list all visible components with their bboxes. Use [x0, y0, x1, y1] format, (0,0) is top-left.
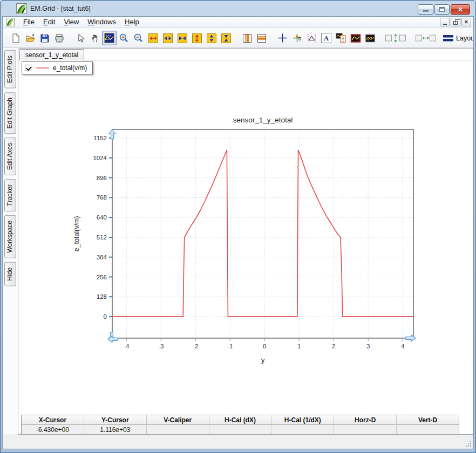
expand-y-button[interactable]	[204, 31, 219, 45]
svg-text:512: 512	[97, 234, 107, 241]
sync-vertical-icon	[385, 33, 406, 44]
open-folder-icon	[25, 33, 35, 43]
svg-text:e_total(v/m): e_total(v/m)	[73, 216, 80, 252]
menu-windows[interactable]: Windows	[83, 17, 120, 28]
readout-value-h-cal-1dx	[271, 425, 334, 435]
sidebar-item-edit-axes[interactable]: Edit Axes	[4, 138, 16, 175]
legend-line-sample	[36, 67, 49, 68]
tracker-button[interactable]	[290, 31, 304, 45]
all-graphs-button[interactable]	[363, 31, 377, 45]
mdi-minimize-button[interactable]	[440, 18, 450, 26]
mdi-restore-button[interactable]	[451, 18, 460, 26]
maximize-icon	[439, 7, 445, 12]
mdi-restore-icon	[453, 21, 458, 25]
horizontal-grid-markers-icon	[257, 33, 267, 43]
svg-text:128: 128	[97, 293, 107, 300]
active-graph-icon	[350, 33, 361, 44]
mdi-minimize-icon	[443, 24, 447, 25]
sidebar-item-edit-plots[interactable]: Edit Plots	[4, 50, 16, 88]
titlebar: EM.Grid - [stat_tut6] ✕	[1, 1, 475, 16]
close-button[interactable]: ✕	[451, 4, 470, 15]
save-button[interactable]	[37, 31, 52, 45]
print-button[interactable]	[52, 31, 66, 45]
svg-text:0: 0	[263, 343, 266, 349]
menu-view[interactable]: View	[59, 17, 83, 28]
legend-label: e_total(v/m)	[53, 64, 87, 72]
expand-x-button[interactable]	[160, 31, 175, 45]
menu-file[interactable]: File	[19, 17, 39, 28]
sync-vertical-button[interactable]	[384, 31, 407, 45]
sidebar-item-workspace[interactable]: Workspace	[4, 215, 16, 258]
plot-client-area: sensor_1_y_etotal -4-3-2-101234012825638…	[18, 48, 473, 435]
minimize-icon	[423, 10, 429, 12]
readout-value-vert-d	[397, 425, 459, 435]
readout-value-horz-d	[334, 425, 397, 435]
readout-value-y-cursor: 1.116e+03	[84, 425, 147, 435]
zoom-box-button[interactable]	[102, 31, 117, 45]
menu-help[interactable]: Help	[120, 17, 144, 28]
vertical-grid-markers-button[interactable]	[240, 31, 254, 45]
readout-header: Y-Cursor	[84, 415, 147, 425]
shrink-x-icon	[178, 33, 187, 43]
svg-text:2: 2	[332, 343, 335, 349]
shrink-y-icon	[221, 33, 231, 43]
readout-header: Vert-D	[397, 415, 459, 425]
open-file-button[interactable]	[23, 31, 37, 45]
svg-text:-1: -1	[227, 343, 233, 349]
svg-text:640: 640	[97, 214, 107, 221]
svg-text:1024: 1024	[93, 155, 107, 161]
mdi-controls: ✕	[439, 18, 471, 26]
readout-value-h-cal-dx	[209, 425, 272, 435]
sync-horizontal-button[interactable]	[414, 31, 438, 45]
document-logo-icon	[6, 18, 15, 26]
crosshair-button[interactable]	[275, 31, 290, 45]
select-cursor-button[interactable]	[73, 31, 87, 45]
sync-horizontal-icon	[415, 33, 437, 44]
readout-header: H-Cal (dX)	[209, 415, 272, 425]
readout-header: Horz-D	[334, 415, 397, 425]
layout-button[interactable]: Layout	[443, 35, 473, 42]
legend-checkbox[interactable]	[25, 65, 31, 71]
print-icon	[55, 33, 64, 43]
full-extent-x-button[interactable]	[146, 31, 160, 45]
layout-icon	[443, 35, 454, 42]
resize-grip[interactable]	[465, 441, 472, 447]
vertical-grid-markers-icon	[242, 33, 252, 43]
shrink-x-button[interactable]	[175, 31, 189, 45]
zoom-out-button[interactable]	[131, 31, 146, 45]
new-document-button[interactable]	[8, 31, 23, 45]
minimize-button[interactable]	[418, 4, 433, 15]
window-content: File Edit View Windows Help ✕	[2, 16, 474, 449]
horizontal-grid-markers-button[interactable]	[254, 31, 269, 45]
readout-value-v-caliper	[147, 425, 209, 435]
all-graphs-icon	[365, 33, 376, 44]
crosshair-icon	[277, 33, 288, 43]
readout-header-row: X-Cursor Y-Cursor V-Caliper H-Cal (dX) H…	[22, 415, 459, 425]
active-graph-button[interactable]	[348, 31, 363, 45]
select-cursor-icon	[76, 33, 85, 43]
caliper-button[interactable]	[304, 31, 319, 45]
menu-edit[interactable]: Edit	[39, 17, 59, 28]
shrink-y-button[interactable]	[219, 31, 233, 45]
zoom-in-button[interactable]	[117, 31, 131, 45]
zoom-in-icon	[119, 33, 129, 43]
plot-canvas[interactable]: -4-3-2-101234012825638451264076889610241…	[18, 49, 473, 383]
caliper-icon	[307, 33, 317, 43]
mdi-close-button[interactable]: ✕	[461, 18, 471, 26]
pan-hand-button[interactable]	[87, 31, 102, 45]
sidebar-item-edit-graph[interactable]: Edit Graph	[4, 92, 16, 134]
cursor-readout-table: X-Cursor Y-Cursor V-Caliper H-Cal (dX) H…	[21, 415, 459, 435]
app-window: EM.Grid - [stat_tut6] ✕ File Edit View W…	[0, 0, 476, 453]
full-extent-x-icon	[148, 33, 158, 43]
svg-text:1152: 1152	[93, 135, 107, 141]
maximize-button[interactable]	[434, 4, 450, 15]
pan-hand-icon	[90, 33, 100, 43]
window-title: EM.Grid - [stat_tut6]	[30, 5, 91, 12]
sidebar-item-hide[interactable]: Hide	[4, 262, 16, 286]
full-extent-y-button[interactable]	[189, 31, 204, 45]
sidebar-item-tracker[interactable]: Tracker	[4, 179, 16, 211]
plot-properties-button[interactable]	[334, 31, 348, 45]
text-annotation-button[interactable]: A	[319, 31, 334, 45]
svg-text:4: 4	[401, 343, 405, 349]
svg-text:-3: -3	[158, 343, 164, 349]
